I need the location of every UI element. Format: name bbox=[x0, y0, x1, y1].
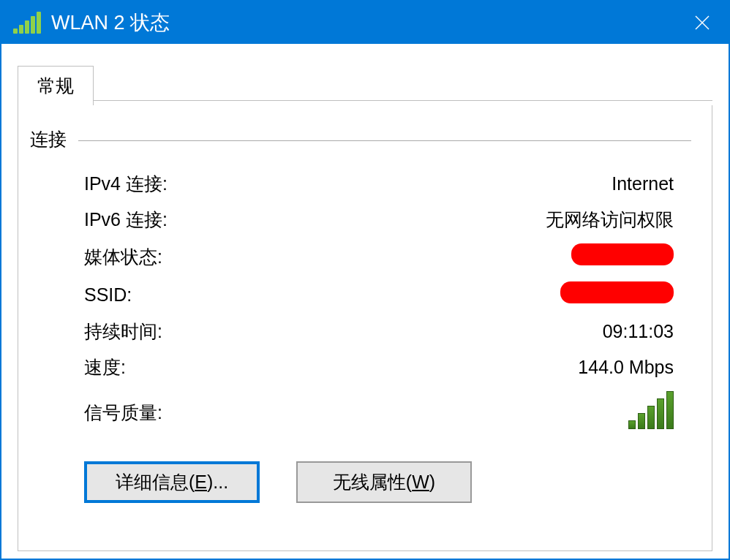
client-area: 常规 连接 IPv4 连接: Internet IPv6 连接: 无网络访问权限… bbox=[1, 44, 729, 559]
ssid-value bbox=[560, 281, 674, 308]
close-button[interactable] bbox=[676, 1, 729, 44]
redacted-value bbox=[560, 281, 674, 303]
signal-value bbox=[628, 391, 674, 434]
row-duration: 持续时间: 09:11:03 bbox=[18, 314, 712, 349]
titlebar[interactable]: WLAN 2 状态 bbox=[1, 1, 729, 44]
redacted-value bbox=[571, 243, 674, 265]
ipv4-value: Internet bbox=[612, 173, 674, 194]
row-ipv4: IPv4 连接: Internet bbox=[18, 166, 712, 202]
signal-label: 信号质量: bbox=[84, 401, 162, 425]
close-icon bbox=[693, 14, 711, 31]
wlan-status-window: WLAN 2 状态 常规 连接 IPv4 连接: Internet IPv6 连… bbox=[0, 0, 730, 560]
ipv4-label: IPv4 连接: bbox=[84, 172, 168, 196]
details-button[interactable]: 详细信息(E)... bbox=[84, 461, 260, 503]
row-signal-quality: 信号质量: bbox=[18, 385, 712, 439]
duration-label: 持续时间: bbox=[84, 319, 162, 344]
ipv6-label: IPv6 连接: bbox=[84, 208, 168, 232]
wifi-signal-icon bbox=[13, 12, 41, 34]
media-value bbox=[571, 243, 674, 270]
tab-general[interactable]: 常规 bbox=[18, 66, 94, 105]
row-media-state: 媒体状态: bbox=[18, 238, 712, 276]
tab-panel-general: 连接 IPv4 连接: Internet IPv6 连接: 无网络访问权限 媒体… bbox=[18, 105, 712, 551]
tabs: 常规 bbox=[18, 66, 712, 105]
button-row: 详细信息(E)... 无线属性(W) bbox=[18, 439, 712, 503]
section-rule bbox=[78, 140, 691, 141]
row-ipv6: IPv6 连接: 无网络访问权限 bbox=[18, 202, 712, 238]
duration-value: 09:11:03 bbox=[603, 321, 674, 342]
signal-bars-icon bbox=[628, 391, 674, 429]
speed-label: 速度: bbox=[84, 355, 126, 379]
ssid-label: SSID: bbox=[84, 284, 132, 306]
speed-value: 144.0 Mbps bbox=[578, 357, 674, 378]
ipv6-value: 无网络访问权限 bbox=[546, 208, 674, 232]
window-title: WLAN 2 状态 bbox=[51, 10, 170, 36]
tab-border bbox=[94, 66, 712, 101]
section-connection-title: 连接 bbox=[30, 127, 67, 151]
media-label: 媒体状态: bbox=[84, 245, 162, 269]
row-speed: 速度: 144.0 Mbps bbox=[18, 349, 712, 385]
row-ssid: SSID: bbox=[18, 276, 712, 314]
wireless-properties-button[interactable]: 无线属性(W) bbox=[296, 461, 472, 503]
